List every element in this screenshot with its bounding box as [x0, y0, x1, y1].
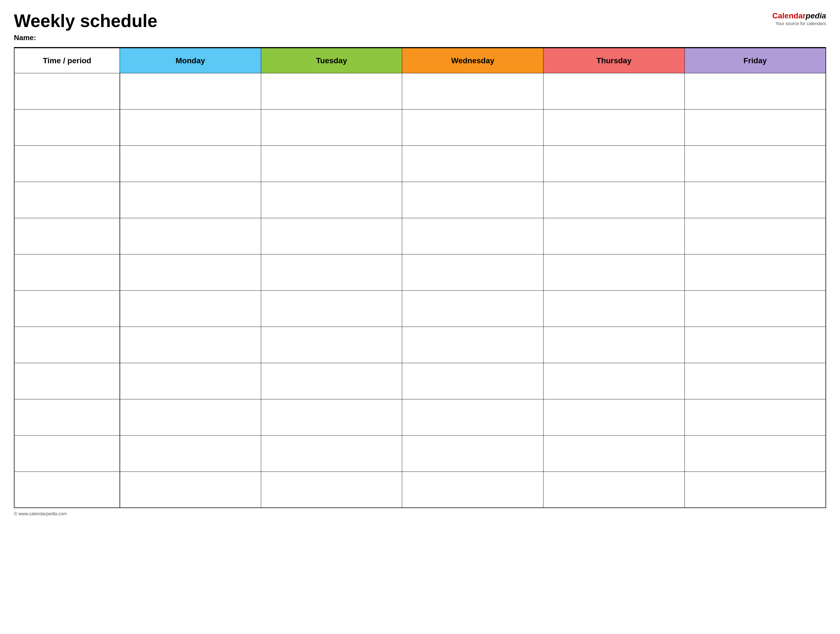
schedule-cell[interactable]	[261, 182, 402, 218]
schedule-cell[interactable]	[261, 145, 402, 182]
schedule-cell[interactable]	[402, 218, 543, 254]
schedule-cell[interactable]	[684, 326, 826, 363]
schedule-cell[interactable]	[684, 435, 826, 472]
schedule-cell[interactable]	[261, 326, 402, 363]
schedule-cell[interactable]	[543, 254, 685, 290]
logo-pedia: pedia	[806, 11, 826, 20]
schedule-cell[interactable]	[543, 73, 685, 109]
time-cell[interactable]	[14, 363, 120, 399]
schedule-cell[interactable]	[261, 290, 402, 326]
footer-url: © www.calendarpedia.com	[14, 511, 67, 516]
schedule-cell[interactable]	[261, 109, 402, 145]
time-cell[interactable]	[14, 218, 120, 254]
table-row	[14, 254, 826, 290]
schedule-cell[interactable]	[120, 109, 261, 145]
table-row	[14, 218, 826, 254]
time-cell[interactable]	[14, 254, 120, 290]
schedule-cell[interactable]	[543, 399, 685, 435]
schedule-cell[interactable]	[684, 290, 826, 326]
schedule-cell[interactable]	[402, 326, 543, 363]
table-row	[14, 472, 826, 508]
schedule-cell[interactable]	[261, 218, 402, 254]
schedule-cell[interactable]	[402, 109, 543, 145]
time-cell[interactable]	[14, 73, 120, 109]
schedule-cell[interactable]	[684, 254, 826, 290]
footer: © www.calendarpedia.com	[14, 511, 826, 516]
table-row	[14, 73, 826, 109]
schedule-cell[interactable]	[684, 73, 826, 109]
schedule-cell[interactable]	[120, 435, 261, 472]
schedule-cell[interactable]	[684, 399, 826, 435]
table-row	[14, 182, 826, 218]
schedule-cell[interactable]	[402, 290, 543, 326]
schedule-cell[interactable]	[402, 182, 543, 218]
schedule-cell[interactable]	[402, 73, 543, 109]
schedule-cell[interactable]	[120, 73, 261, 109]
time-cell[interactable]	[14, 109, 120, 145]
schedule-cell[interactable]	[120, 363, 261, 399]
time-cell[interactable]	[14, 145, 120, 182]
col-header-time: Time / period	[14, 48, 120, 73]
time-cell[interactable]	[14, 472, 120, 508]
table-row	[14, 326, 826, 363]
time-cell[interactable]	[14, 182, 120, 218]
table-row	[14, 290, 826, 326]
schedule-cell[interactable]	[261, 254, 402, 290]
schedule-cell[interactable]	[684, 182, 826, 218]
schedule-cell[interactable]	[120, 399, 261, 435]
schedule-cell[interactable]	[543, 182, 685, 218]
schedule-table: Time / period Monday Tuesday Wednesday T…	[14, 48, 826, 508]
schedule-cell[interactable]	[120, 145, 261, 182]
schedule-cell[interactable]	[543, 472, 685, 508]
schedule-cell[interactable]	[261, 399, 402, 435]
schedule-cell[interactable]	[261, 363, 402, 399]
time-cell[interactable]	[14, 290, 120, 326]
schedule-cell[interactable]	[120, 326, 261, 363]
table-row	[14, 399, 826, 435]
schedule-cell[interactable]	[402, 435, 543, 472]
table-row	[14, 435, 826, 472]
schedule-cell[interactable]	[543, 326, 685, 363]
time-cell[interactable]	[14, 435, 120, 472]
schedule-cell[interactable]	[402, 363, 543, 399]
schedule-cell[interactable]	[261, 472, 402, 508]
schedule-cell[interactable]	[120, 218, 261, 254]
schedule-cell[interactable]	[120, 290, 261, 326]
schedule-cell[interactable]	[543, 109, 685, 145]
col-header-monday: Monday	[120, 48, 261, 73]
schedule-cell[interactable]	[120, 254, 261, 290]
col-header-tuesday: Tuesday	[261, 48, 402, 73]
schedule-cell[interactable]	[543, 218, 685, 254]
schedule-cell[interactable]	[684, 145, 826, 182]
schedule-cell[interactable]	[543, 435, 685, 472]
schedule-cell[interactable]	[402, 145, 543, 182]
schedule-cell[interactable]	[684, 472, 826, 508]
schedule-cell[interactable]	[402, 399, 543, 435]
schedule-cell[interactable]	[684, 109, 826, 145]
logo-text: Calendarpedia	[772, 11, 826, 21]
col-header-thursday: Thursday	[543, 48, 685, 73]
schedule-cell[interactable]	[684, 363, 826, 399]
col-header-friday: Friday	[684, 48, 826, 73]
time-cell[interactable]	[14, 399, 120, 435]
schedule-cell[interactable]	[261, 73, 402, 109]
page-title: Weekly schedule	[14, 11, 158, 31]
schedule-cell[interactable]	[402, 472, 543, 508]
logo-calendar: Calendar	[772, 11, 806, 20]
table-row	[14, 363, 826, 399]
schedule-cell[interactable]	[543, 145, 685, 182]
name-label: Name:	[14, 33, 158, 42]
schedule-cell[interactable]	[543, 290, 685, 326]
schedule-cell[interactable]	[120, 182, 261, 218]
time-cell[interactable]	[14, 326, 120, 363]
schedule-cell[interactable]	[120, 472, 261, 508]
header: Weekly schedule Name: Calendarpedia Your…	[14, 11, 826, 42]
table-row	[14, 145, 826, 182]
table-header-row: Time / period Monday Tuesday Wednesday T…	[14, 48, 826, 73]
schedule-cell[interactable]	[261, 435, 402, 472]
schedule-cell[interactable]	[684, 218, 826, 254]
schedule-cell[interactable]	[402, 254, 543, 290]
schedule-cell[interactable]	[543, 363, 685, 399]
col-header-wednesday: Wednesday	[402, 48, 543, 73]
logo-subtitle: Your source for calendars	[775, 21, 826, 26]
